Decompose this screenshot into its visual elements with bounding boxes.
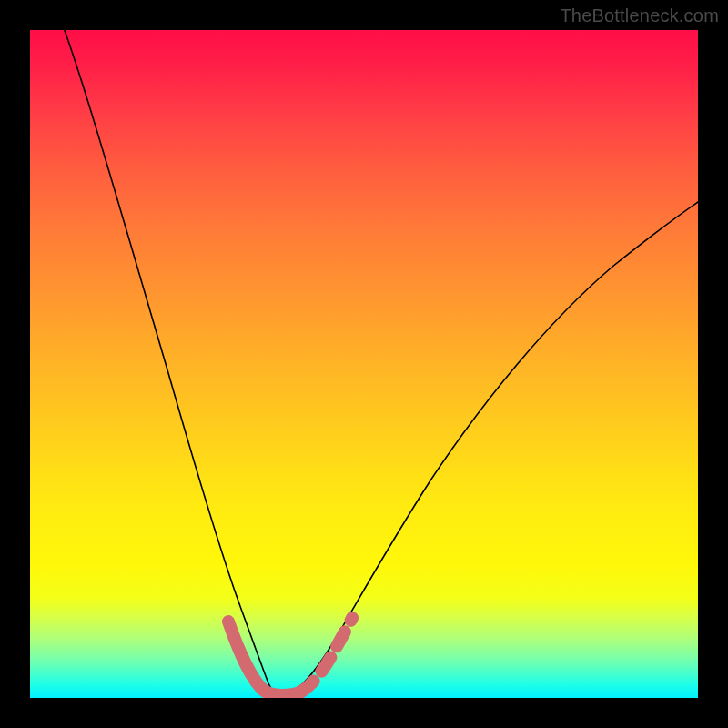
optimal-range-right [301,618,352,692]
watermark-text: TheBottleneck.com [560,5,719,26]
plot-area [30,30,698,698]
curve-layer [30,30,698,698]
bottleneck-curve [63,30,698,695]
chart-frame: TheBottleneck.com [0,0,728,728]
optimal-range-left [228,622,301,695]
